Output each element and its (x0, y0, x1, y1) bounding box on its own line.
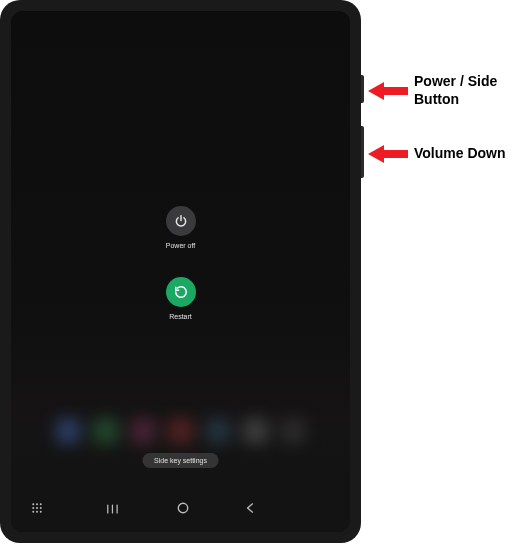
annotation-volume-label: Volume Down (414, 145, 506, 163)
svg-point-8 (40, 511, 42, 513)
svg-point-1 (36, 503, 38, 505)
power-off-icon (166, 206, 196, 236)
home-icon[interactable] (177, 500, 189, 518)
svg-point-5 (40, 507, 42, 509)
dock-blurred (55, 408, 306, 454)
recents-icon[interactable] (107, 500, 121, 518)
svg-marker-14 (368, 145, 408, 163)
svg-marker-13 (368, 82, 408, 100)
arrow-icon (368, 80, 408, 102)
svg-point-12 (178, 503, 187, 512)
restart-label: Restart (169, 313, 192, 320)
restart-icon (166, 277, 196, 307)
restart-button[interactable]: Restart (166, 277, 196, 320)
tablet-bezel: Power off Restart Side key settings (11, 11, 350, 532)
svg-point-2 (40, 503, 42, 505)
svg-point-6 (32, 511, 34, 513)
svg-point-0 (32, 503, 34, 505)
side-key-settings-label: Side key settings (154, 457, 207, 464)
side-key-settings-button[interactable]: Side key settings (142, 453, 219, 468)
svg-point-7 (36, 511, 38, 513)
svg-point-4 (36, 507, 38, 509)
back-icon[interactable] (245, 500, 255, 518)
power-menu: Power off Restart (166, 206, 196, 320)
annotation-power: Power / Side Button (368, 73, 514, 108)
arrow-icon (368, 143, 408, 165)
tablet-frame: Power off Restart Side key settings (0, 0, 361, 543)
svg-point-3 (32, 507, 34, 509)
power-off-label: Power off (166, 242, 195, 249)
annotation-volume: Volume Down (368, 143, 506, 165)
screen: Power off Restart Side key settings (11, 11, 350, 532)
navigation-bar (11, 500, 350, 518)
power-off-button[interactable]: Power off (166, 206, 196, 249)
physical-power-button[interactable] (361, 75, 364, 103)
physical-volume-button[interactable] (361, 126, 364, 178)
apps-icon[interactable] (31, 500, 43, 518)
annotation-power-label: Power / Side Button (414, 73, 514, 108)
